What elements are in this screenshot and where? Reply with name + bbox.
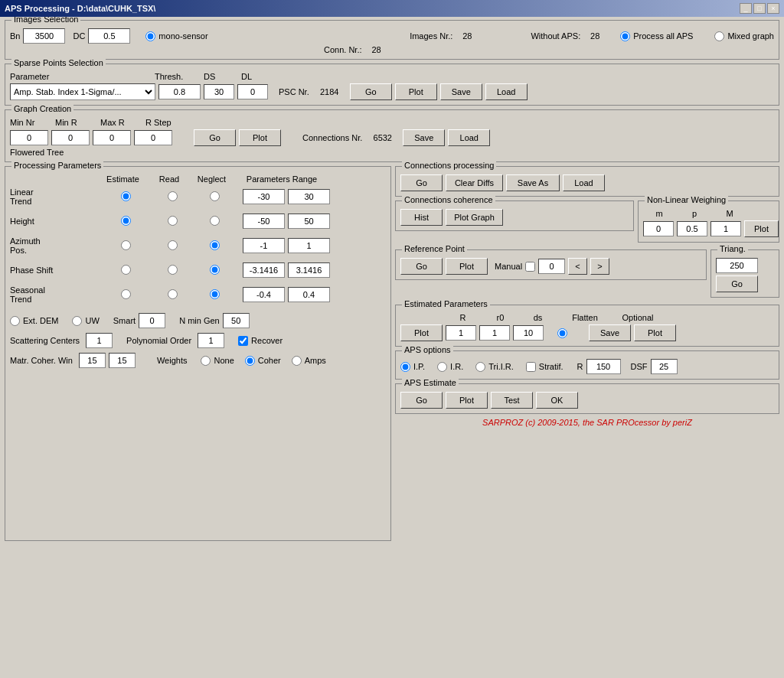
matrCoherWin-v1[interactable] — [79, 353, 106, 368]
ir-radio[interactable] — [437, 362, 447, 372]
apsEst-plot-button[interactable]: Plot — [446, 392, 488, 409]
nMinGen-input[interactable] — [223, 313, 250, 328]
seasonalTrend-neglect-radio[interactable] — [210, 289, 220, 299]
seasonalTrend-max[interactable] — [288, 287, 330, 302]
manual-checkbox[interactable] — [525, 262, 535, 272]
plotGraph-button[interactable]: Plot Graph — [446, 209, 503, 226]
polynomialOrder-input[interactable] — [198, 333, 224, 348]
seasonalTrend-estimate-radio[interactable] — [121, 289, 131, 299]
phaseShift-neglect-radio[interactable] — [210, 265, 220, 275]
sparse-load-button[interactable]: Load — [485, 83, 528, 100]
refPoint-go-button[interactable]: Go — [400, 258, 443, 275]
sparse-go-button[interactable]: Go — [350, 83, 392, 100]
azimuthPos-min[interactable] — [243, 238, 285, 253]
height-read-radio[interactable] — [168, 216, 178, 226]
apsOpt-R-input[interactable] — [586, 359, 621, 374]
none-radio[interactable] — [201, 356, 211, 366]
mixedGraph-label: Mixed graph — [727, 31, 774, 41]
height-min[interactable] — [243, 214, 285, 229]
param-select[interactable]: Amp. Stab. Index 1-Sigma/... — [10, 83, 155, 100]
sparse-plot-button[interactable]: Plot — [395, 83, 437, 100]
graph-load-button[interactable]: Load — [448, 129, 490, 146]
rStep-input[interactable] — [134, 130, 172, 145]
nlw-p-input[interactable] — [677, 221, 707, 236]
graph-plot-button[interactable]: Plot — [239, 129, 281, 146]
ep-R-input[interactable] — [446, 325, 476, 341]
prev-button[interactable]: < — [568, 258, 587, 275]
seasonalTrend-read-radio[interactable] — [168, 289, 178, 299]
azimuthPos-estimate-radio[interactable] — [121, 240, 131, 250]
matrCoherWin-v2[interactable] — [109, 353, 136, 368]
bn-input[interactable] — [23, 28, 65, 44]
saveAs-button[interactable]: Save As — [506, 174, 560, 191]
nlw-plot-button[interactable]: Plot — [744, 220, 779, 237]
triang-go-button[interactable]: Go — [716, 275, 758, 292]
apsEst-go-button[interactable]: Go — [400, 392, 443, 409]
minR-input[interactable] — [51, 130, 90, 145]
phaseShift-estimate-radio[interactable] — [121, 265, 131, 275]
ep-save-button[interactable]: Save — [589, 324, 631, 341]
scatteringCenters-input[interactable] — [86, 333, 113, 348]
phaseShift-read-radio[interactable] — [168, 265, 178, 275]
nlw-M-input[interactable] — [710, 221, 741, 236]
refPoint-plot-button[interactable]: Plot — [446, 258, 488, 275]
dl-input[interactable] — [237, 84, 268, 99]
extDEM-radio[interactable] — [10, 316, 20, 326]
phaseShift-min[interactable] — [243, 262, 285, 278]
nlw-m-input[interactable] — [643, 221, 674, 236]
mixedGraph-radio[interactable] — [714, 31, 724, 41]
triang-value[interactable] — [716, 258, 758, 273]
apsEst-ok-button[interactable]: OK — [536, 392, 578, 409]
connProc-go-button[interactable]: Go — [400, 174, 443, 191]
ds-input[interactable] — [204, 84, 234, 99]
manual-value[interactable] — [538, 259, 565, 274]
clearDiffs-button[interactable]: Clear Diffs — [446, 174, 503, 191]
ep-optional-label: Optional — [615, 313, 661, 322]
apsEst-test-button[interactable]: Test — [491, 392, 533, 409]
close-button[interactable]: × — [767, 3, 779, 14]
next-button[interactable]: > — [590, 258, 609, 275]
maxR-input[interactable] — [93, 130, 131, 145]
coher-radio[interactable] — [245, 356, 255, 366]
azimuthPos-read-radio[interactable] — [168, 240, 178, 250]
azimuthPos-max[interactable] — [288, 238, 330, 253]
linearTrend-neglect-radio[interactable] — [210, 191, 220, 201]
stratif-checkbox[interactable] — [526, 362, 536, 372]
linearTrend-estimate-radio[interactable] — [121, 191, 131, 201]
ep-plot2-button[interactable]: Plot — [634, 324, 676, 341]
linearTrend-min[interactable] — [243, 189, 285, 204]
dc-input[interactable] — [88, 28, 130, 44]
height-max[interactable] — [288, 214, 330, 229]
seasonalTrend-min[interactable] — [243, 287, 285, 302]
minNr-input[interactable] — [10, 130, 48, 145]
flatten-radio[interactable] — [557, 328, 567, 338]
processAllAPS-radio[interactable] — [620, 31, 630, 41]
ep-r0-input[interactable] — [479, 325, 510, 341]
ep-plot-button[interactable]: Plot — [400, 324, 443, 341]
apsOpt-DSF-input[interactable] — [651, 359, 678, 374]
hist-button[interactable]: Hist — [400, 209, 443, 226]
maximize-button[interactable]: □ — [753, 3, 766, 14]
linearTrend-max[interactable] — [288, 189, 330, 204]
minimize-button[interactable]: _ — [740, 3, 752, 14]
monosensor-radio[interactable] — [145, 31, 155, 41]
uw-radio[interactable] — [72, 316, 82, 326]
phaseShift-max[interactable] — [288, 262, 330, 278]
recover-checkbox[interactable] — [238, 336, 248, 346]
seasonalTrend-label: SeasonalTrend — [10, 285, 98, 304]
height-estimate-radio[interactable] — [121, 216, 131, 226]
azimuthPos-neglect-radio[interactable] — [210, 240, 220, 250]
ip-radio[interactable] — [400, 362, 410, 372]
height-neglect-radio[interactable] — [210, 216, 220, 226]
sparse-save-button[interactable]: Save — [440, 83, 482, 100]
triIR-radio[interactable] — [475, 362, 485, 372]
graph-go-button[interactable]: Go — [194, 129, 236, 146]
connProc-load-button[interactable]: Load — [563, 174, 605, 191]
window-controls[interactable]: _ □ × — [740, 3, 779, 14]
graph-save-button[interactable]: Save — [403, 129, 445, 146]
linearTrend-read-radio[interactable] — [168, 191, 178, 201]
thresh-input[interactable] — [158, 84, 201, 99]
amps-radio[interactable] — [292, 356, 302, 366]
smart-input[interactable] — [139, 313, 165, 328]
ep-ds-input[interactable] — [513, 325, 544, 341]
